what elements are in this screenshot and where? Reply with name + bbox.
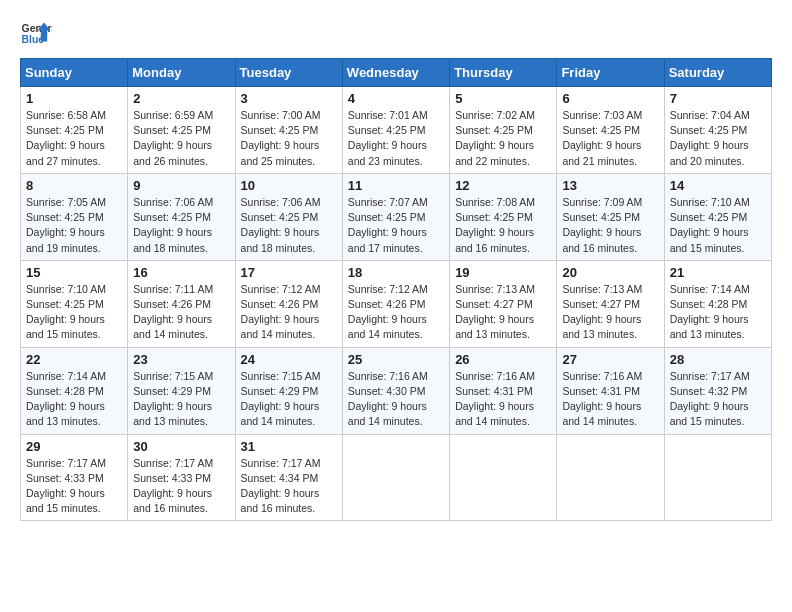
calendar-cell: 25 Sunrise: 7:16 AMSunset: 4:30 PMDaylig… — [342, 347, 449, 434]
day-info: Sunrise: 7:06 AMSunset: 4:25 PMDaylight:… — [133, 196, 213, 254]
calendar-cell: 1 Sunrise: 6:58 AMSunset: 4:25 PMDayligh… — [21, 87, 128, 174]
day-info: Sunrise: 7:15 AMSunset: 4:29 PMDaylight:… — [241, 370, 321, 428]
calendar-cell: 2 Sunrise: 6:59 AMSunset: 4:25 PMDayligh… — [128, 87, 235, 174]
weekday-header: Wednesday — [342, 59, 449, 87]
day-info: Sunrise: 7:17 AMSunset: 4:34 PMDaylight:… — [241, 457, 321, 515]
day-number: 19 — [455, 265, 551, 280]
weekday-header: Saturday — [664, 59, 771, 87]
weekday-header: Tuesday — [235, 59, 342, 87]
day-number: 22 — [26, 352, 122, 367]
calendar-cell: 18 Sunrise: 7:12 AMSunset: 4:26 PMDaylig… — [342, 260, 449, 347]
calendar-cell: 8 Sunrise: 7:05 AMSunset: 4:25 PMDayligh… — [21, 173, 128, 260]
day-number: 10 — [241, 178, 337, 193]
calendar-cell: 14 Sunrise: 7:10 AMSunset: 4:25 PMDaylig… — [664, 173, 771, 260]
day-number: 20 — [562, 265, 658, 280]
day-number: 21 — [670, 265, 766, 280]
day-number: 6 — [562, 91, 658, 106]
calendar-cell: 15 Sunrise: 7:10 AMSunset: 4:25 PMDaylig… — [21, 260, 128, 347]
calendar-cell: 13 Sunrise: 7:09 AMSunset: 4:25 PMDaylig… — [557, 173, 664, 260]
day-info: Sunrise: 7:10 AMSunset: 4:25 PMDaylight:… — [26, 283, 106, 341]
day-number: 7 — [670, 91, 766, 106]
day-number: 29 — [26, 439, 122, 454]
day-info: Sunrise: 7:13 AMSunset: 4:27 PMDaylight:… — [455, 283, 535, 341]
weekday-header: Sunday — [21, 59, 128, 87]
day-info: Sunrise: 7:02 AMSunset: 4:25 PMDaylight:… — [455, 109, 535, 167]
day-number: 13 — [562, 178, 658, 193]
day-number: 31 — [241, 439, 337, 454]
day-number: 8 — [26, 178, 122, 193]
calendar-cell: 10 Sunrise: 7:06 AMSunset: 4:25 PMDaylig… — [235, 173, 342, 260]
day-info: Sunrise: 7:12 AMSunset: 4:26 PMDaylight:… — [241, 283, 321, 341]
header: General Blue — [20, 16, 772, 48]
calendar-cell: 9 Sunrise: 7:06 AMSunset: 4:25 PMDayligh… — [128, 173, 235, 260]
day-info: Sunrise: 7:17 AMSunset: 4:33 PMDaylight:… — [133, 457, 213, 515]
calendar-cell: 27 Sunrise: 7:16 AMSunset: 4:31 PMDaylig… — [557, 347, 664, 434]
day-info: Sunrise: 7:03 AMSunset: 4:25 PMDaylight:… — [562, 109, 642, 167]
day-number: 18 — [348, 265, 444, 280]
calendar-cell: 24 Sunrise: 7:15 AMSunset: 4:29 PMDaylig… — [235, 347, 342, 434]
calendar-cell: 17 Sunrise: 7:12 AMSunset: 4:26 PMDaylig… — [235, 260, 342, 347]
day-info: Sunrise: 7:01 AMSunset: 4:25 PMDaylight:… — [348, 109, 428, 167]
day-number: 2 — [133, 91, 229, 106]
calendar-cell — [557, 434, 664, 521]
calendar-cell: 4 Sunrise: 7:01 AMSunset: 4:25 PMDayligh… — [342, 87, 449, 174]
day-number: 28 — [670, 352, 766, 367]
day-info: Sunrise: 7:16 AMSunset: 4:30 PMDaylight:… — [348, 370, 428, 428]
calendar-cell — [450, 434, 557, 521]
day-number: 11 — [348, 178, 444, 193]
calendar-cell: 5 Sunrise: 7:02 AMSunset: 4:25 PMDayligh… — [450, 87, 557, 174]
calendar-cell: 16 Sunrise: 7:11 AMSunset: 4:26 PMDaylig… — [128, 260, 235, 347]
weekday-header: Monday — [128, 59, 235, 87]
calendar-cell — [342, 434, 449, 521]
day-number: 5 — [455, 91, 551, 106]
calendar-cell: 23 Sunrise: 7:15 AMSunset: 4:29 PMDaylig… — [128, 347, 235, 434]
calendar-table: SundayMondayTuesdayWednesdayThursdayFrid… — [20, 58, 772, 521]
calendar-week-row: 1 Sunrise: 6:58 AMSunset: 4:25 PMDayligh… — [21, 87, 772, 174]
day-number: 16 — [133, 265, 229, 280]
calendar-cell: 22 Sunrise: 7:14 AMSunset: 4:28 PMDaylig… — [21, 347, 128, 434]
day-info: Sunrise: 7:12 AMSunset: 4:26 PMDaylight:… — [348, 283, 428, 341]
day-number: 17 — [241, 265, 337, 280]
day-number: 26 — [455, 352, 551, 367]
calendar-cell: 3 Sunrise: 7:00 AMSunset: 4:25 PMDayligh… — [235, 87, 342, 174]
logo-icon: General Blue — [20, 16, 52, 48]
day-info: Sunrise: 6:59 AMSunset: 4:25 PMDaylight:… — [133, 109, 213, 167]
calendar-cell: 20 Sunrise: 7:13 AMSunset: 4:27 PMDaylig… — [557, 260, 664, 347]
calendar-cell: 21 Sunrise: 7:14 AMSunset: 4:28 PMDaylig… — [664, 260, 771, 347]
day-info: Sunrise: 7:06 AMSunset: 4:25 PMDaylight:… — [241, 196, 321, 254]
day-info: Sunrise: 7:05 AMSunset: 4:25 PMDaylight:… — [26, 196, 106, 254]
day-number: 1 — [26, 91, 122, 106]
calendar-cell: 11 Sunrise: 7:07 AMSunset: 4:25 PMDaylig… — [342, 173, 449, 260]
calendar-cell: 19 Sunrise: 7:13 AMSunset: 4:27 PMDaylig… — [450, 260, 557, 347]
day-info: Sunrise: 7:13 AMSunset: 4:27 PMDaylight:… — [562, 283, 642, 341]
calendar-cell — [664, 434, 771, 521]
day-info: Sunrise: 7:07 AMSunset: 4:25 PMDaylight:… — [348, 196, 428, 254]
day-info: Sunrise: 7:16 AMSunset: 4:31 PMDaylight:… — [562, 370, 642, 428]
day-number: 14 — [670, 178, 766, 193]
calendar-cell: 31 Sunrise: 7:17 AMSunset: 4:34 PMDaylig… — [235, 434, 342, 521]
day-info: Sunrise: 6:58 AMSunset: 4:25 PMDaylight:… — [26, 109, 106, 167]
logo: General Blue — [20, 16, 52, 48]
calendar-cell: 6 Sunrise: 7:03 AMSunset: 4:25 PMDayligh… — [557, 87, 664, 174]
calendar-cell: 30 Sunrise: 7:17 AMSunset: 4:33 PMDaylig… — [128, 434, 235, 521]
weekday-header: Thursday — [450, 59, 557, 87]
weekday-header: Friday — [557, 59, 664, 87]
day-number: 9 — [133, 178, 229, 193]
day-number: 30 — [133, 439, 229, 454]
day-info: Sunrise: 7:16 AMSunset: 4:31 PMDaylight:… — [455, 370, 535, 428]
day-number: 25 — [348, 352, 444, 367]
day-info: Sunrise: 7:14 AMSunset: 4:28 PMDaylight:… — [670, 283, 750, 341]
calendar-cell: 29 Sunrise: 7:17 AMSunset: 4:33 PMDaylig… — [21, 434, 128, 521]
day-info: Sunrise: 7:04 AMSunset: 4:25 PMDaylight:… — [670, 109, 750, 167]
calendar-cell: 12 Sunrise: 7:08 AMSunset: 4:25 PMDaylig… — [450, 173, 557, 260]
day-info: Sunrise: 7:09 AMSunset: 4:25 PMDaylight:… — [562, 196, 642, 254]
calendar-cell: 7 Sunrise: 7:04 AMSunset: 4:25 PMDayligh… — [664, 87, 771, 174]
calendar-week-row: 29 Sunrise: 7:17 AMSunset: 4:33 PMDaylig… — [21, 434, 772, 521]
day-number: 4 — [348, 91, 444, 106]
calendar-cell: 28 Sunrise: 7:17 AMSunset: 4:32 PMDaylig… — [664, 347, 771, 434]
calendar-week-row: 15 Sunrise: 7:10 AMSunset: 4:25 PMDaylig… — [21, 260, 772, 347]
day-info: Sunrise: 7:15 AMSunset: 4:29 PMDaylight:… — [133, 370, 213, 428]
calendar-week-row: 22 Sunrise: 7:14 AMSunset: 4:28 PMDaylig… — [21, 347, 772, 434]
calendar-cell: 26 Sunrise: 7:16 AMSunset: 4:31 PMDaylig… — [450, 347, 557, 434]
day-number: 24 — [241, 352, 337, 367]
